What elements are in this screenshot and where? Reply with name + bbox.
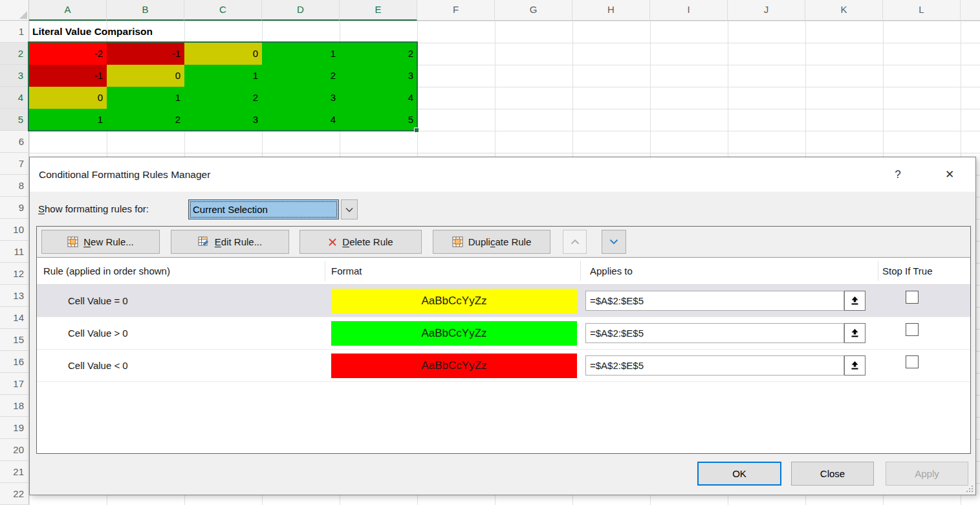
applies-to-input[interactable]: =$A$2:$E$5 [585,323,844,343]
row-header-21[interactable]: 21 [0,461,29,483]
column-header-G[interactable]: G [495,0,572,21]
row-header-19[interactable]: 19 [0,417,29,439]
edit-rule-button[interactable]: Edit Rule... [171,230,289,254]
rules-panel: New Rule... Edit Rule... [36,226,971,454]
cell-C2[interactable]: 0 [184,43,262,65]
row-header-11[interactable]: 11 [0,241,29,263]
column-header-partial[interactable] [961,0,980,21]
delete-rule-label: Delete Rule [342,236,393,247]
format-preview: AaBbCcYyZz [331,354,577,378]
show-rules-selected-value[interactable]: Current Selection [188,199,339,219]
ok-button[interactable]: OK [697,462,781,486]
apply-button[interactable]: Apply [886,462,968,486]
column-header-I[interactable]: I [650,0,728,21]
row-header-14[interactable]: 14 [0,307,29,329]
applies-to-input[interactable]: =$A$2:$E$5 [585,355,844,376]
new-rule-button[interactable]: New Rule... [41,230,160,254]
cell-E2[interactable]: 2 [340,43,417,65]
move-rule-down-button[interactable] [602,230,626,254]
row-header-1[interactable]: 1 [0,21,29,43]
stop-if-true-checkbox[interactable] [906,355,919,368]
cell-B3[interactable]: 0 [107,65,184,87]
cell-E5[interactable]: 5 [340,109,417,131]
chevron-down-icon [609,239,618,245]
column-header-A[interactable]: A [29,0,107,21]
fill-handle[interactable] [414,128,419,133]
cell-C5[interactable]: 3 [184,109,262,131]
close-button[interactable]: Close [791,462,874,486]
close-icon[interactable]: ✕ [941,157,959,192]
cell-E3[interactable]: 3 [340,65,417,87]
collapse-dialog-button[interactable] [844,355,866,376]
row-header-20[interactable]: 20 [0,439,29,461]
cell-a1-title[interactable]: Literal Value Comparison [32,21,153,43]
column-header-K[interactable]: K [805,0,883,21]
cell-E4[interactable]: 4 [340,87,417,109]
cell-A5[interactable]: 1 [29,109,107,131]
row-header-8[interactable]: 8 [0,175,29,197]
column-header-H[interactable]: H [572,0,650,21]
collapse-dialog-button[interactable] [844,323,866,343]
column-header-J[interactable]: J [728,0,805,21]
collapse-dialog-icon [850,296,860,306]
row-header-10[interactable]: 10 [0,219,29,241]
column-header-F[interactable]: F [417,0,495,21]
cell-A4[interactable]: 0 [29,87,107,109]
formatted-range: -2-1012-101230123412345 [29,43,417,131]
row-header-2[interactable]: 2 [0,43,29,65]
show-rules-dropdown[interactable]: Current Selection [188,199,358,219]
cell-D2[interactable]: 1 [262,43,340,65]
row-header-18[interactable]: 18 [0,395,29,417]
stop-if-true-checkbox[interactable] [906,291,919,304]
cell-C3[interactable]: 1 [184,65,262,87]
row-header-4[interactable]: 4 [0,87,29,109]
stop-if-true-checkbox[interactable] [906,323,919,336]
column-header-C[interactable]: C [184,0,262,21]
row-header-17[interactable]: 17 [0,373,29,395]
cell-A3[interactable]: -1 [29,65,107,87]
cell-B5[interactable]: 2 [107,109,184,131]
cell-D5[interactable]: 4 [262,109,340,131]
row-header-15[interactable]: 15 [0,329,29,351]
row-header-9[interactable]: 9 [0,197,29,219]
cell-C4[interactable]: 2 [184,87,262,109]
row-header-5[interactable]: 5 [0,109,29,131]
select-all-corner[interactable] [0,0,29,21]
cell-D4[interactable]: 3 [262,87,340,109]
collapse-dialog-button[interactable] [844,291,866,311]
rule-row[interactable]: Cell Value > 0AaBbCcYyZz=$A$2:$E$5 [37,317,970,350]
rules-toolbar: New Rule... Edit Rule... [37,227,970,258]
delete-rule-button[interactable]: Delete Rule [299,230,422,254]
row-header-7[interactable]: 7 [0,153,29,175]
row-header-13[interactable]: 13 [0,285,29,307]
rules-table-header: Rule (applied in order shown) Format App… [37,258,970,285]
column-header-D[interactable]: D [262,0,340,21]
rule-row[interactable]: Cell Value < 0AaBbCcYyZz=$A$2:$E$5 [37,350,970,382]
column-divider [878,261,878,281]
collapse-dialog-icon [850,361,860,370]
column-header-B[interactable]: B [107,0,184,21]
cell-B4[interactable]: 1 [107,87,184,109]
row-header-12[interactable]: 12 [0,263,29,285]
resize-grip[interactable] [965,484,974,493]
move-rule-up-button[interactable] [563,230,587,254]
rules-list: Cell Value = 0AaBbCcYyZz=$A$2:$E$5 Cell … [37,285,970,382]
cell-B2[interactable]: -1 [107,43,184,65]
column-header-E[interactable]: E [340,0,417,21]
row-header-3[interactable]: 3 [0,65,29,87]
header-stop-if-true: Stop If True [882,258,933,285]
duplicate-rule-button[interactable]: Duplicate Rule [433,230,550,254]
applies-to-input[interactable]: =$A$2:$E$5 [585,291,844,311]
cell-D3[interactable]: 2 [262,65,340,87]
row-header-16[interactable]: 16 [0,351,29,373]
help-icon[interactable]: ? [890,157,906,192]
dropdown-arrow-button[interactable] [341,199,358,219]
column-header-row: ABCDEFGHIJKL [29,0,980,21]
table-edit-icon [198,236,210,248]
rule-row[interactable]: Cell Value = 0AaBbCcYyZz=$A$2:$E$5 [37,285,970,317]
row-header-6[interactable]: 6 [0,131,29,153]
column-header-L[interactable]: L [883,0,961,21]
row-header-22[interactable]: 22 [0,483,29,505]
rule-condition: Cell Value < 0 [68,350,128,382]
cell-A2[interactable]: -2 [29,43,107,65]
